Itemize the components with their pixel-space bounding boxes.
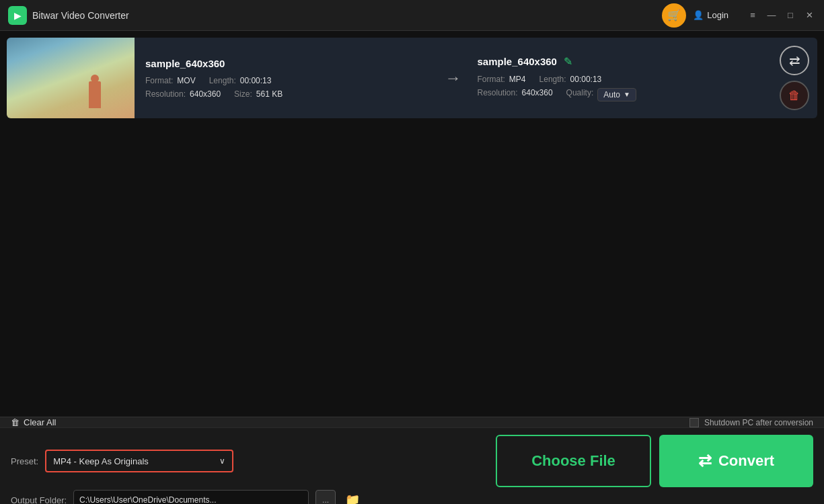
clear-all-button[interactable]: 🗑 Clear All bbox=[11, 417, 56, 427]
output-quality-label: Quality: bbox=[566, 88, 594, 101]
cart-button[interactable]: 🛒 bbox=[662, 3, 686, 28]
input-file-info: sample_640x360 Format: MOV Length: 00:00… bbox=[135, 51, 440, 106]
output-resolution: Resolution: 640x360 bbox=[478, 88, 553, 101]
video-thumbnail bbox=[7, 38, 135, 118]
app-title: Bitwar Video Converter bbox=[32, 10, 662, 21]
input-resolution-label: Resolution: bbox=[145, 89, 186, 99]
folder-icon: 📁 bbox=[345, 493, 360, 504]
refresh-button[interactable]: ⇄ bbox=[780, 46, 809, 75]
quality-chevron-icon: ▼ bbox=[624, 91, 630, 98]
file-actions: ⇄ 🗑 bbox=[772, 40, 817, 116]
preset-group: Preset: MP4 - Keep As Originals ∨ bbox=[11, 450, 488, 472]
edit-icon[interactable]: ✎ bbox=[564, 55, 572, 68]
close-button[interactable]: ✕ bbox=[802, 9, 816, 22]
trash-icon: 🗑 bbox=[11, 417, 20, 427]
login-button[interactable]: 👤 Login bbox=[693, 10, 728, 20]
cart-icon: 🛒 bbox=[667, 9, 681, 22]
window-controls: ≡ — □ ✕ bbox=[746, 9, 816, 22]
quality-value: Auto bbox=[603, 90, 620, 99]
conversion-arrow: → bbox=[440, 69, 467, 87]
output-quality: Quality: Auto ▼ bbox=[566, 88, 636, 101]
input-size-label: Size: bbox=[234, 89, 252, 99]
output-meta-row-1: Format: MP4 Length: 00:00:13 bbox=[478, 75, 761, 84]
shutdown-checkbox[interactable] bbox=[689, 418, 699, 427]
input-format-label: Format: bbox=[145, 76, 173, 85]
main-content: sample_640x360 Format: MOV Length: 00:00… bbox=[0, 31, 824, 417]
input-resolution-value: 640x360 bbox=[190, 89, 221, 99]
output-path-display: C:\Users\User\OneDrive\Documents... bbox=[73, 490, 309, 504]
output-folder-label: Output Folder: bbox=[11, 495, 67, 505]
output-filename: sample_640x360 bbox=[478, 56, 557, 67]
thumbnail-figure bbox=[89, 81, 101, 108]
output-meta-row-2: Resolution: 640x360 Quality: Auto ▼ bbox=[478, 88, 761, 101]
input-size: Size: 561 KB bbox=[234, 89, 283, 99]
quality-dropdown[interactable]: Auto ▼ bbox=[597, 88, 636, 101]
output-format-value: MP4 bbox=[509, 75, 526, 84]
refresh-icon: ⇄ bbox=[789, 52, 800, 69]
minimize-button[interactable]: — bbox=[765, 9, 778, 22]
output-resolution-value: 640x360 bbox=[522, 88, 553, 101]
maximize-button[interactable]: □ bbox=[784, 9, 797, 22]
input-length: Length: 00:00:13 bbox=[209, 76, 272, 85]
output-header: sample_640x360 ✎ bbox=[478, 55, 761, 68]
output-file-info: sample_640x360 ✎ Format: MP4 Length: 00:… bbox=[467, 48, 772, 108]
output-format: Format: MP4 bbox=[478, 75, 526, 84]
shutdown-option: Shutdown PC after conversion bbox=[689, 418, 813, 427]
output-resolution-label: Resolution: bbox=[478, 88, 518, 101]
output-length: Length: 00:00:13 bbox=[539, 75, 602, 84]
delete-button[interactable]: 🗑 bbox=[780, 81, 809, 110]
output-format-label: Format: bbox=[478, 75, 505, 84]
preset-chevron-icon: ∨ bbox=[219, 456, 225, 466]
menu-button[interactable]: ≡ bbox=[746, 9, 759, 22]
output-length-label: Length: bbox=[539, 75, 566, 84]
output-length-value: 00:00:13 bbox=[570, 75, 602, 84]
delete-icon: 🗑 bbox=[788, 89, 800, 103]
file-row: sample_640x360 Format: MOV Length: 00:00… bbox=[7, 38, 817, 118]
app-logo: ▶ bbox=[8, 6, 27, 25]
preset-dropdown[interactable]: MP4 - Keep As Originals ∨ bbox=[45, 450, 233, 472]
shutdown-text: Shutdown PC after conversion bbox=[704, 418, 813, 427]
close-icon: ✕ bbox=[806, 10, 813, 20]
input-filename: sample_640x360 bbox=[145, 58, 429, 69]
bottom-bar: 🗑 Clear All Shutdown PC after conversion… bbox=[0, 417, 824, 504]
minimize-icon: — bbox=[767, 10, 776, 20]
choose-file-label: Choose File bbox=[531, 452, 615, 470]
dots-icon: ... bbox=[322, 495, 329, 504]
action-buttons: Choose File ⇄ Convert bbox=[496, 435, 813, 487]
browse-dots-button[interactable]: ... bbox=[315, 490, 336, 504]
maximize-icon: □ bbox=[788, 10, 793, 20]
clear-bar: 🗑 Clear All Shutdown PC after conversion bbox=[0, 417, 824, 428]
user-icon: 👤 bbox=[693, 10, 704, 20]
input-meta-row-2: Resolution: 640x360 Size: 561 KB bbox=[145, 89, 429, 99]
input-length-value: 00:00:13 bbox=[240, 76, 272, 85]
input-meta-row-1: Format: MOV Length: 00:00:13 bbox=[145, 76, 429, 85]
input-format: Format: MOV bbox=[145, 76, 196, 85]
titlebar: ▶ Bitwar Video Converter 🛒 👤 Login ≡ — □… bbox=[0, 0, 824, 31]
open-folder-button[interactable]: 📁 bbox=[342, 490, 363, 504]
login-label: Login bbox=[707, 10, 728, 20]
input-format-value: MOV bbox=[177, 76, 195, 85]
convert-button[interactable]: ⇄ Convert bbox=[659, 435, 813, 487]
titlebar-actions: 🛒 👤 Login ≡ — □ ✕ bbox=[662, 3, 816, 28]
logo-icon: ▶ bbox=[14, 10, 22, 21]
input-length-label: Length: bbox=[209, 76, 236, 85]
input-size-value: 561 KB bbox=[256, 89, 283, 99]
menu-icon: ≡ bbox=[750, 10, 755, 20]
preset-label: Preset: bbox=[11, 456, 38, 466]
preset-value: MP4 - Keep As Originals bbox=[53, 456, 149, 466]
clear-label: Clear All bbox=[24, 417, 56, 427]
convert-label: Convert bbox=[718, 452, 774, 470]
input-resolution: Resolution: 640x360 bbox=[145, 89, 221, 99]
output-folder-row: Output Folder: C:\Users\User\OneDrive\Do… bbox=[0, 490, 824, 504]
choose-file-button[interactable]: Choose File bbox=[496, 435, 651, 487]
convert-icon: ⇄ bbox=[698, 452, 712, 470]
